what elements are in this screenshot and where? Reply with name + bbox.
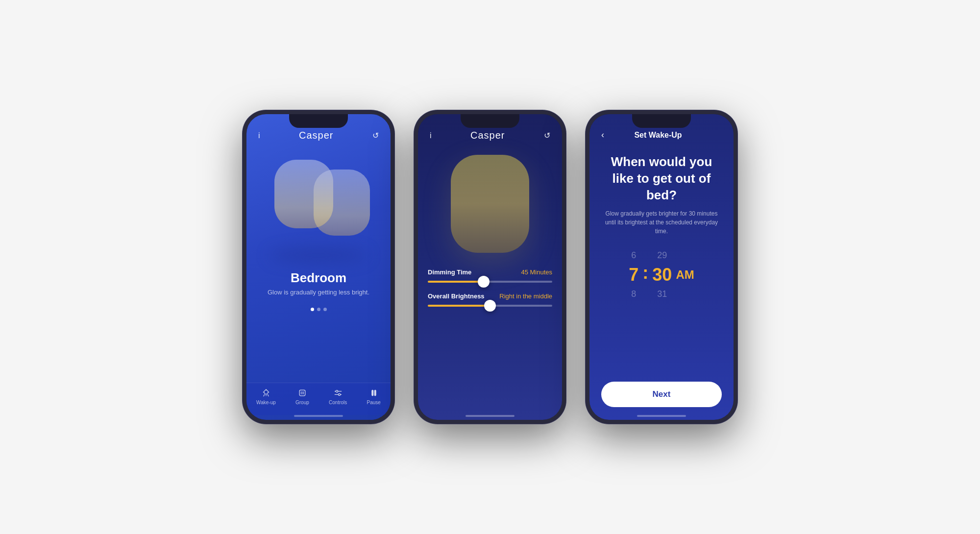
- phone-3-screen: 9:41 ‹ Set Wake-Up When would you like t…: [589, 114, 734, 420]
- page-title: Set Wake-Up: [634, 131, 682, 140]
- dot-1: [311, 308, 314, 311]
- svg-point-6: [264, 390, 268, 394]
- wifi-icon-2: [490, 120, 497, 125]
- glow-device-right: [314, 170, 370, 236]
- svg-rect-5: [328, 121, 337, 124]
- svg-point-8: [336, 390, 338, 392]
- nav-controls-label: Controls: [329, 400, 347, 405]
- svg-point-9: [338, 393, 340, 395]
- brightness-control: Overall Brightness Right in the middle: [428, 292, 552, 307]
- svg-rect-14: [485, 121, 486, 125]
- dimming-slider-thumb[interactable]: [478, 276, 490, 288]
- reset-button-1[interactable]: ↺: [372, 131, 379, 140]
- brightness-value: Right in the middle: [499, 292, 552, 300]
- hour-column[interactable]: 6 7 8: [629, 250, 638, 299]
- phone-2-screen: 9:41 i Casper ↺ Dimming T: [418, 114, 562, 420]
- phone-1: 9:41 i Casper ↺ Bedroom Glo: [243, 110, 394, 424]
- phone-3: 9:41 ‹ Set Wake-Up When would you like t…: [586, 110, 737, 424]
- nav-pause[interactable]: Pause: [367, 388, 381, 405]
- controls-panel: Dimming Time 45 Minutes Overall Brightne…: [418, 261, 562, 346]
- room-subtitle: Glow is gradually getting less bright.: [268, 289, 369, 296]
- page-dots: [311, 308, 327, 311]
- phone-1-screen: 9:41 i Casper ↺ Bedroom Glo: [246, 114, 391, 420]
- phone-1-header: i Casper ↺: [246, 128, 391, 145]
- minute-column[interactable]: 29 30 31: [652, 250, 672, 299]
- battery-icon: [328, 120, 339, 125]
- nav-pause-label: Pause: [367, 400, 381, 405]
- hour-above: 6: [631, 250, 636, 261]
- brightness-label-row: Overall Brightness Right in the middle: [428, 292, 552, 300]
- home-indicator-2: [466, 415, 514, 417]
- hour-below: 8: [631, 289, 636, 299]
- battery-icon-3: [671, 120, 682, 125]
- nav-wakeup[interactable]: Wake-up: [256, 388, 276, 405]
- dimming-value: 45 Minutes: [521, 268, 552, 276]
- signal-icon: [310, 120, 317, 125]
- nav-group[interactable]: Group: [295, 388, 309, 405]
- status-icons-2: [482, 120, 510, 125]
- svg-rect-12: [482, 123, 483, 125]
- room-name: Bedroom: [291, 270, 346, 286]
- reset-button-2[interactable]: ↺: [544, 131, 550, 140]
- svg-rect-15: [486, 120, 487, 125]
- status-icons-1: [310, 120, 339, 125]
- hour-current: 7: [629, 265, 638, 285]
- svg-rect-2: [313, 121, 314, 125]
- svg-rect-23: [671, 121, 680, 124]
- brightness-slider[interactable]: [428, 305, 552, 307]
- status-icons-3: [653, 120, 682, 125]
- svg-rect-10: [372, 390, 373, 396]
- next-button[interactable]: Next: [601, 382, 722, 407]
- signal-icon-2: [482, 120, 489, 125]
- wakeup-desc: Glow gradually gets brighter for 30 minu…: [589, 209, 734, 236]
- app-title-2: Casper: [470, 130, 505, 141]
- minute-below: 31: [657, 289, 667, 299]
- signal-icon-3: [653, 120, 660, 125]
- ampm-display: AM: [676, 268, 694, 282]
- phone-3-header: ‹ Set Wake-Up: [589, 128, 734, 144]
- time-picker: 6 7 8 : 29 30 31 AM: [589, 250, 734, 299]
- minute-above: 29: [657, 250, 667, 261]
- wifi-icon: [319, 120, 326, 125]
- svg-rect-18: [653, 123, 654, 125]
- home-indicator-1: [294, 415, 343, 417]
- glow-illustration-1: [260, 155, 377, 263]
- svg-rect-0: [310, 123, 311, 125]
- battery-icon-2: [499, 120, 510, 125]
- phones-container: 9:41 i Casper ↺ Bedroom Glo: [223, 91, 757, 443]
- nav-group-label: Group: [295, 400, 309, 405]
- home-indicator-3: [637, 415, 686, 417]
- dimming-control: Dimming Time 45 Minutes: [428, 268, 552, 283]
- glow-shadow: [270, 248, 368, 263]
- nav-controls[interactable]: Controls: [329, 388, 347, 405]
- svg-rect-19: [655, 122, 656, 125]
- svg-rect-22: [671, 120, 680, 125]
- info-button-1[interactable]: i: [258, 131, 260, 140]
- status-bar-2: 9:41: [458, 114, 522, 128]
- status-time-1: 9:41: [298, 119, 310, 126]
- svg-rect-21: [658, 120, 659, 125]
- wifi-icon-3: [662, 120, 669, 125]
- pause-icon: [369, 388, 379, 398]
- dimming-slider[interactable]: [428, 281, 552, 283]
- phone-2: 9:41 i Casper ↺ Dimming T: [414, 110, 566, 424]
- svg-rect-3: [315, 120, 316, 125]
- svg-rect-16: [499, 120, 509, 125]
- status-time-2: 9:41: [470, 119, 482, 126]
- wakeup-question: When would you like to get out of bed?: [589, 154, 734, 203]
- brightness-slider-thumb[interactable]: [484, 300, 496, 312]
- dot-3: [323, 308, 327, 311]
- svg-rect-11: [374, 390, 376, 396]
- back-button[interactable]: ‹: [601, 130, 604, 140]
- group-icon: [297, 388, 307, 398]
- svg-rect-20: [656, 121, 657, 125]
- status-bar-1: 9:41: [287, 114, 350, 128]
- ampm-column[interactable]: AM: [676, 268, 694, 282]
- dimming-label-row: Dimming Time 45 Minutes: [428, 268, 552, 276]
- svg-rect-1: [312, 122, 313, 125]
- info-button-2[interactable]: i: [430, 131, 432, 140]
- svg-rect-17: [500, 121, 508, 124]
- svg-rect-13: [483, 122, 484, 125]
- time-colon: :: [642, 263, 648, 283]
- nav-wakeup-label: Wake-up: [256, 400, 276, 405]
